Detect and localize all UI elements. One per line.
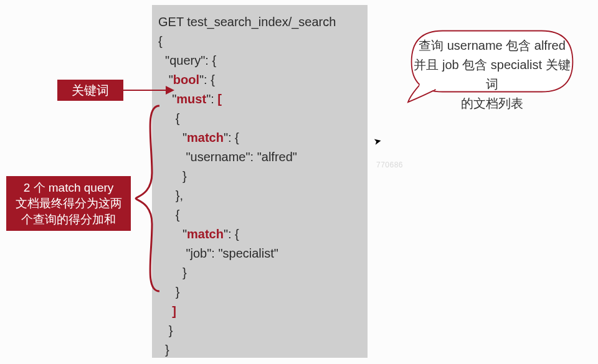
code-line: } [158, 340, 361, 360]
code-line: { [158, 32, 361, 51]
code-line: "username": "alfred" [158, 147, 361, 167]
watermark-text: 770686 [376, 161, 403, 169]
code-line: "job": "specialist" [158, 244, 361, 263]
speech-bubble-text: 查询 username 包含 alfred 并且 job 包含 speciali… [409, 36, 576, 113]
code-line: } [158, 263, 361, 282]
code-line: { [158, 205, 361, 225]
code-line: } [158, 360, 361, 364]
code-panel: GET test_search_index/_search { "query":… [152, 5, 368, 358]
bracket-open: [ [217, 92, 222, 106]
code-line: "bool": { [158, 70, 361, 90]
keyword-match: match [187, 227, 224, 241]
code-line: GET test_search_index/_search [158, 12, 361, 32]
code-line: "match": { [158, 225, 361, 244]
speech-line: 的文档列表 [409, 94, 576, 113]
matchnote-line: 文档最终得分为这两 [16, 195, 122, 212]
matchnote-line: 2 个 match query [16, 180, 122, 196]
code-line: } [158, 167, 361, 186]
code-line: } [158, 321, 361, 340]
callout-keyword: 关键词 [57, 80, 123, 101]
brace-icon [132, 105, 161, 292]
speech-line: 查询 username 包含 alfred [409, 36, 576, 55]
keyword-bool: bool [173, 73, 199, 86]
code-line: }, [158, 186, 361, 205]
callout-keyword-text: 关键词 [72, 82, 109, 99]
code-line: "match": { [158, 128, 361, 147]
speech-line: 并且 job 包含 specialist 关键词 [409, 55, 576, 94]
cursor-icon: ➤ [373, 135, 382, 147]
code-line: } [158, 282, 361, 302]
bracket-close: ] [172, 304, 176, 318]
matchnote-line: 个查询的得分加和 [16, 212, 122, 228]
code-line: { [158, 109, 361, 128]
callout-matchnote: 2 个 match query 文档最终得分为这两 个查询的得分加和 [6, 176, 131, 231]
arrow-keyword [123, 90, 173, 91]
code-line: "must": [ [158, 90, 361, 109]
code-line: "query": { [158, 51, 361, 70]
code-line: ] [158, 302, 361, 321]
keyword-must: must [176, 92, 206, 106]
keyword-match: match [187, 131, 224, 144]
